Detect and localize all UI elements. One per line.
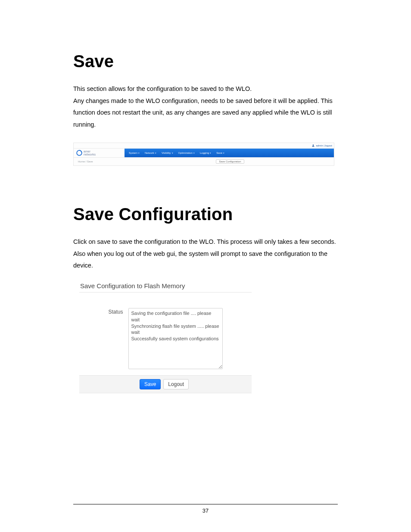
nav-network[interactable]: Network▾ — [145, 152, 156, 154]
intro-paragraph-1: This section allows for the configuratio… — [73, 83, 338, 95]
chevron-down-icon: ▾ — [138, 152, 140, 154]
save-button[interactable]: Save — [140, 379, 161, 389]
nav-visibility[interactable]: Visibility▾ — [162, 152, 173, 154]
nav-logging[interactable]: Logging▾ — [200, 152, 211, 154]
user-icon — [312, 144, 314, 147]
status-label: Status — [108, 308, 123, 369]
button-row: Save Logout — [79, 375, 252, 393]
intro-paragraph-2: Any changes made to the WLO configuratio… — [73, 95, 338, 131]
topbar: admin | logout — [74, 143, 334, 149]
main-navbar: System▾ Network▾ Visibility▾ Optimizatio… — [125, 149, 334, 157]
save-configuration-button[interactable]: Save Configuration — [216, 159, 244, 164]
page-number: 37 — [0, 507, 411, 514]
nav-save[interactable]: Save▾ — [216, 152, 224, 154]
screenshot-save-panel: Save Configuration to Flash Memory Statu… — [79, 281, 252, 393]
heading-save-configuration: Save Configuration — [73, 205, 338, 224]
logo-swirl-icon — [76, 150, 82, 156]
logout-button[interactable]: Logout — [163, 379, 189, 389]
brand-text: amernetworks — [84, 150, 96, 156]
chevron-down-icon: ▾ — [172, 152, 173, 154]
heading-save: Save — [73, 52, 338, 71]
chevron-down-icon: ▾ — [223, 152, 224, 154]
chevron-down-icon: ▾ — [155, 152, 156, 154]
saveconf-paragraph-1: Click on save to save the configuration … — [73, 236, 338, 248]
status-textarea[interactable] — [128, 308, 223, 369]
chevron-down-icon: ▾ — [210, 152, 211, 154]
chevron-down-icon: ▾ — [193, 152, 195, 154]
saveconf-paragraph-2: Also when you log out of the web gui, th… — [73, 248, 338, 272]
nav-system[interactable]: System▾ — [129, 152, 140, 154]
breadcrumb: Home / Save — [74, 160, 126, 163]
screenshot-navbar: admin | logout amernetworks System▾ Netw… — [73, 143, 334, 166]
footer-rule — [73, 504, 338, 504]
brand-logo: amernetworks — [74, 149, 125, 157]
nav-optimization[interactable]: Optimization▾ — [178, 152, 195, 154]
panel-title: Save Configuration to Flash Memory — [79, 281, 252, 292]
user-logout-link[interactable]: admin | logout — [316, 144, 332, 147]
